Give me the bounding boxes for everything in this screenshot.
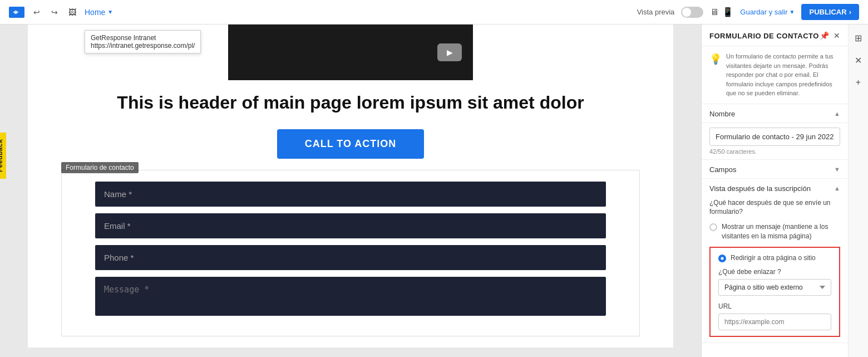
nombre-chevron-icon: ▲ [834, 110, 840, 117]
message-input[interactable] [95, 277, 606, 316]
vista-header: Vista después de la suscripción ▲ [709, 184, 840, 193]
radio-option-2[interactable]: Redirigir a otra página o sitio [718, 253, 831, 262]
campos-section-row[interactable]: Campos ▼ [702, 160, 848, 179]
topbar-right: Vista previa 🖥 📱 Guardar y salir ▼ PUBLI… [637, 4, 859, 20]
highlight-box: Redirigir a otra página o sitio ¿Qué deb… [709, 247, 840, 337]
home-link[interactable]: Home ▼ [85, 8, 113, 17]
video-placeholder [228, 25, 473, 80]
tooltip-line1: GetResponse Intranet [91, 34, 195, 42]
feedback-label: Feedback [0, 139, 4, 172]
radio-label-1: Mostrar un mensaje (mantiene a los visit… [722, 222, 840, 241]
feedback-tab[interactable]: Feedback [0, 132, 6, 178]
sidebar-icon-strip: ⊞ ✕ + [848, 25, 868, 357]
form-section-wrapper: Formulario de contacto [61, 170, 640, 336]
panel-header: FORMULARIO DE CONTACTO 📌 ✕ [702, 25, 848, 46]
guardar-salir-button[interactable]: Guardar y salir ▼ [740, 8, 795, 16]
campos-label: Campos [709, 165, 736, 174]
campos-chevron-icon: ▼ [834, 166, 840, 173]
tooltip-line2: https://intranet.getresponse.com/pl/ [91, 42, 195, 50]
topbar-left: ↩ ↪ 🖼 Home ▼ GetResponse Intranet https:… [9, 4, 113, 20]
nombre-input[interactable] [709, 128, 840, 146]
nav-icons: ↩ ↪ 🖼 [29, 4, 80, 20]
device-icons: 🖥 📱 [710, 7, 733, 17]
nombre-section-row[interactable]: Nombre ▲ [702, 104, 848, 123]
topbar: ↩ ↪ 🖼 Home ▼ GetResponse Intranet https:… [0, 0, 868, 25]
email-input[interactable] [95, 213, 606, 238]
guardar-chevron-icon: ▼ [790, 9, 795, 15]
nombre-section: 42/50 caracteres. [702, 123, 848, 159]
info-text: Un formulario de contacto permite a tus … [726, 52, 840, 98]
tooltip-box: GetResponse Intranet https://intranet.ge… [85, 30, 201, 53]
form-container [61, 170, 640, 336]
close-strip-icon[interactable]: ✕ [851, 52, 866, 68]
phone-input[interactable] [95, 245, 606, 270]
enlazar-label: ¿Qué debe enlazar ? [718, 268, 831, 276]
close-panel-button[interactable]: ✕ [834, 31, 840, 40]
info-icon: 💡 [709, 53, 722, 98]
url-input[interactable] [718, 314, 831, 330]
vista-previa-toggle[interactable] [681, 7, 703, 18]
canvas-area: This is header of main page lorem ipsum … [0, 25, 701, 357]
image-button[interactable]: 🖼 [65, 4, 80, 20]
redo-button[interactable]: ↪ [47, 4, 62, 20]
enlazar-select[interactable]: Página o sitio web externo Página intern… [718, 279, 831, 296]
publicar-arrow-icon: › [849, 8, 851, 16]
vista-section: Vista después de la suscripción ▲ ¿Qué h… [702, 179, 848, 343]
cta-wrapper: CALL TO ACTION [28, 129, 673, 159]
desktop-icon[interactable]: 🖥 [710, 7, 719, 17]
nombre-label: Nombre [709, 110, 735, 118]
nombre-section-wrapper: Nombre ▲ 42/50 caracteres. [702, 104, 848, 160]
add-strip-icon[interactable]: + [851, 75, 866, 90]
info-box: 💡 Un formulario de contacto permite a tu… [702, 46, 848, 104]
home-chevron-icon: ▼ [107, 9, 113, 15]
radio-option-1[interactable]: Mostrar un mensaje (mantiene a los visit… [709, 222, 840, 241]
page-content: This is header of main page lorem ipsum … [28, 25, 673, 348]
page-header: This is header of main page lorem ipsum … [28, 80, 673, 124]
publicar-label: PUBLICAR [809, 8, 846, 16]
hierarchy-icon[interactable]: ⊞ [851, 30, 866, 46]
getresponse-logo [9, 7, 24, 18]
name-input[interactable] [95, 182, 606, 207]
main-layout: Feedback This is header of main page lor… [0, 25, 868, 357]
radio-label-2: Redirigir a otra página o sitio [731, 254, 816, 262]
vista-chevron-icon: ▲ [834, 185, 840, 192]
vista-title: Vista después de la suscripción [709, 184, 811, 193]
pin-icon[interactable]: 📌 [820, 31, 829, 40]
radio-circle-2 [718, 255, 726, 262]
play-button[interactable] [437, 43, 462, 61]
url-label: URL [718, 302, 831, 310]
question-text: ¿Qué hacer después de que se envíe un fo… [709, 198, 840, 217]
cta-button[interactable]: CALL TO ACTION [277, 129, 425, 159]
right-sidebar: FORMULARIO DE CONTACTO 📌 ✕ 💡 Un formular… [701, 25, 868, 357]
char-count: 42/50 caracteres. [709, 148, 840, 155]
radio-circle-1 [709, 223, 717, 231]
home-nav: Home ▼ GetResponse Intranet https://intr… [85, 8, 113, 17]
home-label: Home [85, 8, 105, 17]
mobile-icon[interactable]: 📱 [722, 7, 733, 17]
publicar-button[interactable]: PUBLICAR › [801, 4, 859, 20]
panel-header-actions: 📌 ✕ [820, 31, 840, 40]
form-label-tag: Formulario de contacto [61, 162, 139, 173]
undo-button[interactable]: ↩ [29, 4, 45, 20]
guardar-label: Guardar y salir [740, 8, 787, 16]
panel-title: FORMULARIO DE CONTACTO [709, 32, 819, 40]
vista-previa-label: Vista previa [637, 8, 675, 16]
panel-content: FORMULARIO DE CONTACTO 📌 ✕ 💡 Un formular… [702, 25, 848, 357]
